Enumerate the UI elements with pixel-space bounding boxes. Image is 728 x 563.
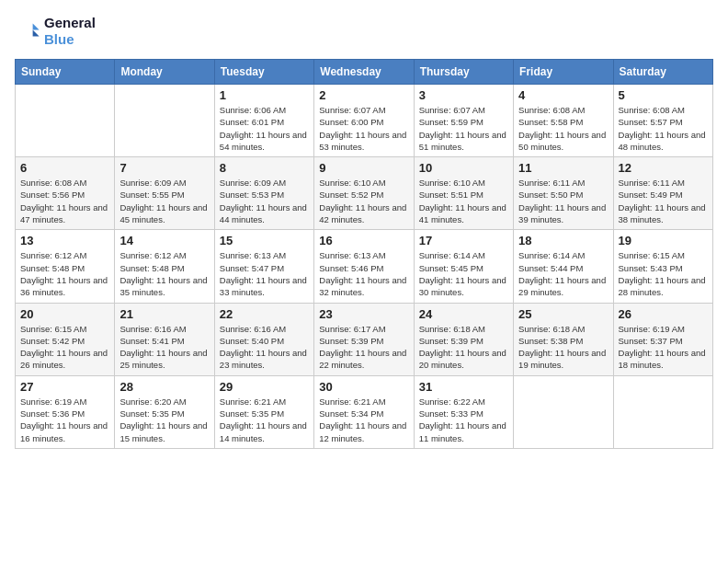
calendar-cell: 7Sunrise: 6:09 AM Sunset: 5:55 PM Daylig…: [115, 157, 214, 230]
day-number: 18: [518, 234, 608, 247]
day-number: 29: [220, 380, 309, 394]
day-number: 13: [20, 234, 109, 247]
calendar-cell: 3Sunrise: 6:07 AM Sunset: 5:59 PM Daylig…: [414, 85, 513, 157]
day-number: 27: [20, 380, 109, 394]
day-info: Sunrise: 6:10 AM Sunset: 5:52 PM Dayligh…: [319, 177, 408, 225]
day-info: Sunrise: 6:12 AM Sunset: 5:48 PM Dayligh…: [119, 249, 209, 298]
calendar-cell: 17Sunrise: 6:14 AM Sunset: 5:45 PM Dayli…: [414, 230, 513, 303]
day-number: 24: [419, 307, 508, 321]
calendar-cell: [613, 375, 712, 448]
day-info: Sunrise: 6:20 AM Sunset: 5:35 PM Dayligh…: [119, 396, 209, 444]
day-info: Sunrise: 6:15 AM Sunset: 5:42 PM Dayligh…: [20, 323, 109, 372]
day-info: Sunrise: 6:19 AM Sunset: 5:36 PM Dayligh…: [20, 396, 109, 444]
day-info: Sunrise: 6:16 AM Sunset: 5:41 PM Dayligh…: [119, 323, 209, 372]
calendar-cell: 24Sunrise: 6:18 AM Sunset: 5:39 PM Dayli…: [414, 303, 513, 375]
day-info: Sunrise: 6:11 AM Sunset: 5:50 PM Dayligh…: [518, 177, 608, 225]
calendar-cell: 5Sunrise: 6:08 AM Sunset: 5:57 PM Daylig…: [613, 85, 712, 157]
calendar-cell: 11Sunrise: 6:11 AM Sunset: 5:50 PM Dayli…: [514, 157, 613, 230]
day-number: 9: [319, 161, 408, 175]
calendar-cell: 8Sunrise: 6:09 AM Sunset: 5:53 PM Daylig…: [214, 157, 313, 230]
day-number: 3: [419, 88, 508, 102]
calendar-cell: 31Sunrise: 6:22 AM Sunset: 5:33 PM Dayli…: [414, 375, 513, 448]
page-header: General Blue: [15, 15, 713, 48]
day-number: 10: [419, 161, 508, 175]
calendar-week-row: 20Sunrise: 6:15 AM Sunset: 5:42 PM Dayli…: [16, 303, 713, 375]
calendar-cell: 12Sunrise: 6:11 AM Sunset: 5:49 PM Dayli…: [613, 157, 712, 230]
day-number: 23: [319, 307, 408, 321]
day-number: 17: [419, 234, 508, 247]
day-info: Sunrise: 6:08 AM Sunset: 5:58 PM Dayligh…: [518, 104, 608, 153]
day-info: Sunrise: 6:18 AM Sunset: 5:39 PM Dayligh…: [419, 323, 508, 372]
day-info: Sunrise: 6:08 AM Sunset: 5:56 PM Dayligh…: [20, 177, 109, 225]
calendar-cell: 30Sunrise: 6:21 AM Sunset: 5:34 PM Dayli…: [314, 375, 414, 448]
day-info: Sunrise: 6:12 AM Sunset: 5:48 PM Dayligh…: [20, 249, 109, 298]
logo: General Blue: [15, 15, 96, 48]
day-info: Sunrise: 6:09 AM Sunset: 5:53 PM Dayligh…: [220, 177, 309, 225]
calendar-cell: 6Sunrise: 6:08 AM Sunset: 5:56 PM Daylig…: [16, 157, 115, 230]
day-info: Sunrise: 6:09 AM Sunset: 5:55 PM Dayligh…: [119, 177, 209, 225]
day-number: 15: [220, 234, 309, 247]
calendar-cell: 15Sunrise: 6:13 AM Sunset: 5:47 PM Dayli…: [214, 230, 313, 303]
calendar-cell: 14Sunrise: 6:12 AM Sunset: 5:48 PM Dayli…: [115, 230, 214, 303]
day-number: 2: [319, 88, 408, 102]
day-number: 6: [20, 161, 109, 175]
day-info: Sunrise: 6:11 AM Sunset: 5:49 PM Dayligh…: [619, 177, 708, 225]
day-number: 7: [119, 161, 209, 175]
calendar-week-row: 27Sunrise: 6:19 AM Sunset: 5:36 PM Dayli…: [16, 375, 713, 448]
calendar-cell: 22Sunrise: 6:16 AM Sunset: 5:40 PM Dayli…: [214, 303, 313, 375]
day-info: Sunrise: 6:07 AM Sunset: 5:59 PM Dayligh…: [419, 104, 508, 153]
calendar-week-row: 6Sunrise: 6:08 AM Sunset: 5:56 PM Daylig…: [16, 157, 713, 230]
calendar-cell: [16, 85, 115, 157]
day-info: Sunrise: 6:14 AM Sunset: 5:44 PM Dayligh…: [518, 249, 608, 298]
calendar-cell: 16Sunrise: 6:13 AM Sunset: 5:46 PM Dayli…: [314, 230, 414, 303]
day-info: Sunrise: 6:21 AM Sunset: 5:34 PM Dayligh…: [319, 396, 408, 444]
day-of-week-header: Wednesday: [314, 60, 414, 85]
day-number: 16: [319, 234, 408, 247]
calendar-cell: 20Sunrise: 6:15 AM Sunset: 5:42 PM Dayli…: [16, 303, 115, 375]
logo-text: General Blue: [44, 15, 96, 48]
logo-icon: [15, 18, 40, 44]
calendar-cell: 9Sunrise: 6:10 AM Sunset: 5:52 PM Daylig…: [314, 157, 414, 230]
calendar-cell: 13Sunrise: 6:12 AM Sunset: 5:48 PM Dayli…: [16, 230, 115, 303]
calendar-cell: 27Sunrise: 6:19 AM Sunset: 5:36 PM Dayli…: [16, 375, 115, 448]
day-number: 4: [518, 88, 608, 102]
day-info: Sunrise: 6:13 AM Sunset: 5:46 PM Dayligh…: [319, 249, 408, 298]
calendar-cell: 29Sunrise: 6:21 AM Sunset: 5:35 PM Dayli…: [214, 375, 313, 448]
calendar-cell: [514, 375, 613, 448]
day-number: 19: [619, 234, 708, 247]
day-info: Sunrise: 6:22 AM Sunset: 5:33 PM Dayligh…: [419, 396, 508, 444]
calendar-header-row: SundayMondayTuesdayWednesdayThursdayFrid…: [16, 60, 713, 85]
calendar-cell: 18Sunrise: 6:14 AM Sunset: 5:44 PM Dayli…: [514, 230, 613, 303]
calendar-cell: 25Sunrise: 6:18 AM Sunset: 5:38 PM Dayli…: [514, 303, 613, 375]
day-of-week-header: Monday: [115, 60, 214, 85]
day-number: 28: [119, 380, 209, 394]
calendar-cell: 21Sunrise: 6:16 AM Sunset: 5:41 PM Dayli…: [115, 303, 214, 375]
day-of-week-header: Friday: [514, 60, 613, 85]
calendar-cell: 10Sunrise: 6:10 AM Sunset: 5:51 PM Dayli…: [414, 157, 513, 230]
day-info: Sunrise: 6:06 AM Sunset: 6:01 PM Dayligh…: [220, 104, 309, 153]
calendar-cell: 4Sunrise: 6:08 AM Sunset: 5:58 PM Daylig…: [514, 85, 613, 157]
day-info: Sunrise: 6:08 AM Sunset: 5:57 PM Dayligh…: [619, 104, 708, 153]
day-info: Sunrise: 6:16 AM Sunset: 5:40 PM Dayligh…: [220, 323, 309, 372]
calendar-cell: 2Sunrise: 6:07 AM Sunset: 6:00 PM Daylig…: [314, 85, 414, 157]
day-number: 12: [619, 161, 708, 175]
day-number: 5: [619, 88, 708, 102]
day-number: 22: [220, 307, 309, 321]
calendar-cell: 28Sunrise: 6:20 AM Sunset: 5:35 PM Dayli…: [115, 375, 214, 448]
svg-rect-0: [15, 18, 40, 44]
day-number: 11: [518, 161, 608, 175]
calendar-cell: 1Sunrise: 6:06 AM Sunset: 6:01 PM Daylig…: [214, 85, 313, 157]
day-info: Sunrise: 6:21 AM Sunset: 5:35 PM Dayligh…: [220, 396, 309, 444]
day-number: 20: [20, 307, 109, 321]
day-of-week-header: Tuesday: [214, 60, 313, 85]
calendar-cell: 19Sunrise: 6:15 AM Sunset: 5:43 PM Dayli…: [613, 230, 712, 303]
day-number: 26: [619, 307, 708, 321]
calendar-cell: [115, 85, 214, 157]
day-of-week-header: Thursday: [414, 60, 513, 85]
calendar-table: SundayMondayTuesdayWednesdayThursdayFrid…: [15, 59, 713, 449]
day-of-week-header: Sunday: [16, 60, 115, 85]
day-info: Sunrise: 6:14 AM Sunset: 5:45 PM Dayligh…: [419, 249, 508, 298]
calendar-cell: 26Sunrise: 6:19 AM Sunset: 5:37 PM Dayli…: [613, 303, 712, 375]
day-info: Sunrise: 6:15 AM Sunset: 5:43 PM Dayligh…: [619, 249, 708, 298]
day-info: Sunrise: 6:17 AM Sunset: 5:39 PM Dayligh…: [319, 323, 408, 372]
